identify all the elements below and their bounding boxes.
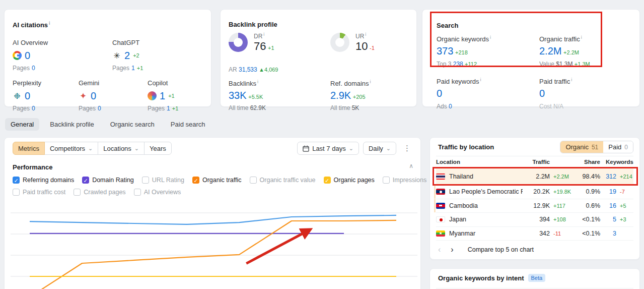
paid-traffic-stat: Paid traffici 0 Cost N/A [539,77,572,110]
compare-top5-link[interactable]: Compare top 5 on chart [468,246,534,253]
metric-impressions[interactable]: Impressions [383,177,426,184]
ads-count[interactable]: 0 [449,103,452,110]
performance-chart-svg [5,200,421,289]
table-row-myanmar[interactable]: Myanmar 342 -11 <0.1% 3 [436,227,633,241]
info-icon[interactable]: i [257,79,258,84]
years-button[interactable]: Years [144,142,172,155]
metric-crawled-pages[interactable]: Crawled pages [74,189,125,196]
toggle-organic[interactable]: Organic51 [560,141,603,153]
info-icon[interactable]: i [571,77,572,82]
url-rating: URi 10 -1 [355,32,375,53]
checkbox[interactable] [134,189,141,196]
pages-count[interactable]: 1 [131,65,135,72]
metric-checkboxes-row1: Referring domains Domain Rating URL Rati… [13,177,414,184]
info-icon[interactable]: i [49,21,50,26]
checkbox[interactable] [74,189,81,196]
backlinks-stat: Backlinksi 33K +5.5K All time 62.9K [229,79,266,111]
top3-value[interactable]: 238 [453,61,463,68]
url-rating-donut [330,33,349,52]
ref-domains-value[interactable]: 2.9K [330,90,351,101]
metric-organic-traffic[interactable]: Organic traffic [192,177,242,184]
ai-citations-count[interactable]: 0 [25,90,30,102]
table-row-japan[interactable]: Japan 394 +108 <0.1% 5 +3 [436,213,633,227]
ai-citations-count[interactable]: 0 [91,90,96,102]
ai-item-copilot: Copilot 1 +1 Pages1+1 [148,79,213,112]
granularity-dropdown[interactable]: Daily⌄ [363,142,396,155]
checkbox[interactable] [192,177,199,184]
backlink-profile-card: Backlink profile DRi 76 +1 AR 31,533 ▲4,… [220,9,417,107]
checkbox[interactable] [324,177,331,184]
keywords-link[interactable]: 16 [600,202,616,209]
ai-citations-delta: +2 [133,52,139,59]
metric-organic-pages[interactable]: Organic pages [324,177,375,184]
organic-traffic-value[interactable]: 2.2M [539,45,561,56]
info-icon[interactable]: i [581,35,582,40]
info-icon[interactable]: i [365,32,366,37]
pages-label: Pages [112,65,129,72]
checkbox[interactable] [250,177,257,184]
checkbox[interactable] [82,177,89,184]
pages-delta: +1 [137,65,144,71]
metric-paid-traffic-cost[interactable]: Paid traffic cost [13,189,65,196]
ai-citations-count[interactable]: 0 [25,50,30,62]
info-icon[interactable]: i [480,77,481,82]
more-options-button[interactable]: ⋮ [400,144,414,153]
up-triangle-icon: ▲ [259,67,264,73]
toggle-paid[interactable]: Paid0 [603,141,633,153]
keywords-link[interactable]: 5 [600,216,616,223]
tab-organic-search[interactable]: Organic search [105,118,160,131]
tab-backlink-profile[interactable]: Backlink profile [44,118,99,131]
traffic-table-header: Location Traffic Share Keywords [436,156,633,168]
next-page-icon[interactable]: › [448,246,453,254]
metric-domain-rating[interactable]: Domain Rating [82,177,134,184]
paid-traffic-value[interactable]: 0 [539,88,545,99]
info-icon[interactable]: i [370,79,371,84]
ai-citations-count[interactable]: 2 [124,50,130,62]
checkbox[interactable] [13,189,20,196]
table-row-cambodia[interactable]: Cambodia 12.9K +117 0.6% 16 +5 [436,199,633,213]
japan-flag-icon [436,216,445,222]
keywords-link[interactable]: 312 [600,173,616,180]
info-icon[interactable]: i [263,32,264,37]
keywords-link[interactable]: 19 [600,188,616,195]
organic-keywords-value[interactable]: 373 [437,45,453,56]
pages-count[interactable]: 1 [167,105,170,112]
filter-group: Metrics Competitors⌄ Locations⌄ Years [13,142,172,155]
traffic-by-location-card: Traffic by location Organic51 Paid0 Loca… [430,137,640,260]
info-icon[interactable]: i [490,35,491,40]
metric-organic-traffic-value[interactable]: Organic traffic value [250,177,316,184]
pages-count[interactable]: 0 [32,65,35,72]
pages-label: Pages [13,65,30,72]
backlinks-delta: +5.5K [248,94,263,100]
checkbox[interactable] [383,177,390,184]
beta-badge: Beta [528,274,546,282]
ai-citations-count[interactable]: 1 [160,90,165,102]
backlinks-value[interactable]: 33K [229,90,247,101]
ai-citations-title: AI citationsi [13,21,50,29]
competitors-dropdown[interactable]: Competitors⌄ [44,142,98,155]
metric-referring-domains[interactable]: Referring domains [13,177,74,184]
metrics-button[interactable]: Metrics [13,142,45,155]
tab-paid-search[interactable]: Paid search [165,118,211,131]
pages-count[interactable]: 0 [98,105,101,112]
collapse-chevron-icon[interactable]: ∧ [409,162,413,169]
ai-item-chatgpt: ChatGPT ✳ 2 +2 Pages1+1 [112,39,178,72]
metric-url-rating[interactable]: URL Rating [142,177,184,184]
keywords-link[interactable]: 3 [600,230,616,237]
ref-domains-delta: +205 [353,94,366,100]
date-range-dropdown[interactable]: Last 7 days⌄ [297,142,359,155]
table-row-thailand[interactable]: Thailand 2.2M +2.2M 98.4% 312 +214 [436,168,633,185]
chevron-down-icon: ⌄ [349,146,353,151]
metric-ai-overviews[interactable]: AI Overviews [134,189,181,196]
table-row-laos[interactable]: Lao People's Democratic Reput 20.2K +19.… [436,185,633,199]
paid-keywords-value[interactable]: 0 [437,88,442,99]
pages-count[interactable]: 0 [32,105,35,112]
previous-page-icon[interactable]: ‹ [438,246,441,254]
checkbox[interactable] [142,177,149,184]
checkbox[interactable] [13,177,20,184]
locations-dropdown[interactable]: Locations⌄ [98,142,145,155]
ar-value[interactable]: 31,533 [239,66,257,73]
tab-general[interactable]: General [5,118,39,131]
performance-title: Performance [13,163,52,171]
section-tabs: General Backlink profile Organic search … [5,118,211,131]
